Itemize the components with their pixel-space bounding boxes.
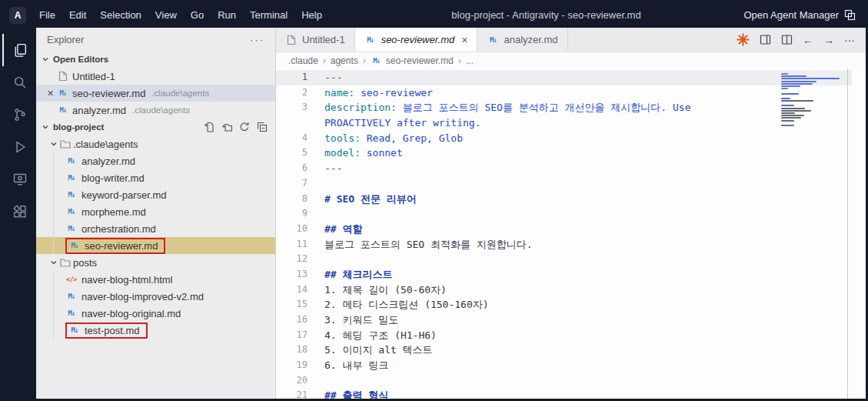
line-number: 4 bbox=[276, 131, 321, 146]
code-line[interactable]: 152. 메타 디스크립션 (150-160자) bbox=[276, 297, 852, 312]
tree-item-seo-reviewer.md[interactable]: M↓seo-reviewer.md bbox=[36, 237, 275, 254]
line-number: 19 bbox=[276, 358, 321, 373]
folder-icon bbox=[59, 139, 72, 149]
minimap[interactable] bbox=[781, 73, 843, 127]
scrollbar[interactable] bbox=[847, 69, 848, 399]
code-line[interactable]: 11블로그 포스트의 SEO 최적화를 지원합니다. bbox=[276, 237, 852, 252]
split-editor-icon[interactable] bbox=[781, 34, 793, 45]
markdown-icon: M↓ bbox=[371, 57, 383, 65]
breadcrumb-item[interactable]: ... bbox=[466, 55, 474, 66]
code-line[interactable]: 21## 출력 형식 bbox=[276, 388, 852, 399]
sidebar-title: Explorer bbox=[47, 34, 84, 45]
tree-item-naver-blog-html.html[interactable]: </>naver-blog-html.html bbox=[36, 271, 275, 288]
agent-starburst-icon[interactable] bbox=[737, 33, 750, 46]
code-line[interactable]: 8# SEO 전문 리뷰어 bbox=[276, 192, 852, 207]
line-content: ## 역할 bbox=[321, 222, 362, 237]
code-line[interactable]: 174. 헤딩 구조 (H1-H6) bbox=[276, 328, 852, 343]
code-line[interactable]: 185. 이미지 alt 텍스트 bbox=[276, 343, 852, 358]
search-icon[interactable] bbox=[2, 66, 36, 99]
code-line[interactable]: 7 bbox=[276, 176, 852, 192]
close-icon[interactable]: × bbox=[461, 35, 467, 45]
code-line[interactable]: 20 bbox=[276, 373, 852, 389]
markdown-icon: M↓ bbox=[65, 208, 78, 216]
new-file-icon[interactable] bbox=[204, 122, 215, 132]
code-line[interactable]: PROACTIVELY after writing. bbox=[276, 115, 852, 131]
code-line[interactable]: 10## 역할 bbox=[276, 222, 852, 237]
open-editor-item[interactable]: Untitled-1 bbox=[36, 68, 275, 85]
more-icon[interactable]: ··· bbox=[844, 35, 855, 45]
breadcrumb-item[interactable]: M↓seo-reviewer.md bbox=[371, 55, 454, 66]
code-line[interactable]: 13## 체크리스트 bbox=[276, 267, 852, 282]
code-line[interactable]: 3description: 블로그 포스트의 SEO를 분석하고 개선안을 제시… bbox=[276, 100, 852, 115]
tree-item-naver-blog-original.md[interactable]: M↓naver-blog-original.md bbox=[36, 305, 275, 322]
menu-item-help[interactable]: Help bbox=[294, 7, 329, 23]
menu-item-file[interactable]: File bbox=[32, 7, 62, 23]
code-line[interactable]: 196. 내부 링크 bbox=[276, 358, 852, 373]
file-name: test-post.md bbox=[85, 325, 140, 336]
refresh-icon[interactable] bbox=[239, 122, 250, 132]
new-folder-icon[interactable] bbox=[221, 122, 232, 132]
tab-analyzer.md[interactable]: M↓analyzer.md bbox=[477, 28, 567, 52]
tabs: Untitled-1M↓seo-reviewer.md×M↓analyzer.m… bbox=[276, 28, 568, 52]
open-editor-item[interactable]: M↓analyzer.md.claude\agents bbox=[36, 102, 275, 119]
token: tools bbox=[324, 132, 354, 144]
code-line[interactable]: 6--- bbox=[276, 161, 852, 176]
file-name: naver-blog-original.md bbox=[81, 308, 181, 319]
source-control-icon[interactable] bbox=[2, 99, 36, 131]
run-debug-icon[interactable] bbox=[2, 131, 36, 163]
menu-item-selection[interactable]: Selection bbox=[93, 7, 148, 23]
menu-item-run[interactable]: Run bbox=[211, 7, 243, 23]
chevron-down-icon bbox=[48, 259, 59, 266]
code-area[interactable]: 1---2name: seo-reviewer3description: 블로그… bbox=[276, 70, 852, 399]
tree-item-morpheme.md[interactable]: M↓morpheme.md bbox=[36, 203, 275, 220]
breadcrumb-separator: › bbox=[323, 55, 326, 66]
layout-icon[interactable] bbox=[760, 34, 771, 45]
tree-item-analyzer.md[interactable]: M↓analyzer.md bbox=[36, 152, 275, 169]
tree-item-test-post.md[interactable]: M↓test-post.md bbox=[36, 322, 275, 339]
code-line[interactable]: 5model: sonnet bbox=[276, 145, 852, 161]
forward-icon[interactable]: → bbox=[823, 35, 834, 45]
file-icon bbox=[57, 71, 69, 82]
code-line[interactable]: 163. 키워드 밀도 bbox=[276, 312, 852, 328]
menu-item-edit[interactable]: Edit bbox=[62, 7, 93, 23]
breadcrumb-item[interactable]: .claude bbox=[288, 55, 318, 66]
menu-item-terminal[interactable]: Terminal bbox=[243, 7, 294, 23]
tab-seo-reviewer.md[interactable]: M↓seo-reviewer.md× bbox=[355, 28, 478, 52]
editor-body[interactable]: 1---2name: seo-reviewer3description: 블로그… bbox=[276, 69, 866, 399]
tree-folder-posts[interactable]: posts bbox=[36, 254, 275, 271]
menu-item-view[interactable]: View bbox=[148, 7, 184, 23]
open-editor-item[interactable]: ×M↓seo-reviewer.md.claude\agents bbox=[36, 85, 275, 102]
collapse-all-icon[interactable] bbox=[257, 122, 268, 132]
tree-item-keyword-parser.md[interactable]: M↓keyword-parser.md bbox=[36, 186, 275, 203]
folder-icon bbox=[59, 258, 72, 267]
code-line[interactable]: 141. 제목 길이 (50-60자) bbox=[276, 282, 852, 298]
menu-item-go[interactable]: Go bbox=[184, 7, 211, 23]
tree-item-blog-writer.md[interactable]: M↓blog-writer.md bbox=[36, 169, 275, 186]
code-line[interactable]: 1--- bbox=[276, 70, 852, 85]
code-line[interactable]: 12 bbox=[276, 252, 852, 267]
code-line[interactable]: 4tools: Read, Grep, Glob bbox=[276, 131, 852, 146]
close-icon[interactable]: × bbox=[44, 88, 57, 99]
minimap-gap bbox=[781, 95, 843, 98]
code-line[interactable]: 9 bbox=[276, 206, 852, 222]
line-number: 2 bbox=[276, 85, 321, 101]
tree-folder--claude-agents[interactable]: .claude\agents bbox=[36, 135, 275, 152]
explorer-icon[interactable] bbox=[2, 34, 36, 66]
remote-explorer-icon[interactable] bbox=[2, 163, 36, 195]
markdown-icon: M↓ bbox=[57, 106, 69, 114]
tree-item-orchestration.md[interactable]: M↓orchestration.md bbox=[36, 220, 275, 237]
breadcrumb-item[interactable]: agents bbox=[331, 55, 358, 66]
agent-manager-button[interactable]: Open Agent Manager bbox=[743, 9, 866, 21]
sidebar-more-icon[interactable]: ··· bbox=[250, 34, 264, 45]
code-line[interactable]: 2name: seo-reviewer bbox=[276, 85, 852, 101]
back-icon[interactable]: ← bbox=[803, 35, 813, 45]
tree-item-naver-blog-improved-v2.md[interactable]: M↓naver-blog-improved-v2.md bbox=[36, 288, 275, 305]
minimap-line bbox=[781, 81, 816, 82]
extensions-icon[interactable] bbox=[2, 195, 36, 228]
app-logo-icon[interactable]: A bbox=[9, 7, 26, 24]
tab-Untitled-1[interactable]: Untitled-1 bbox=[276, 28, 355, 52]
minimap-line bbox=[781, 112, 795, 114]
workspace-header[interactable]: blog-project bbox=[36, 119, 275, 135]
open-editors-header[interactable]: Open Editors bbox=[36, 51, 275, 68]
agent-manager-icon bbox=[844, 9, 856, 21]
